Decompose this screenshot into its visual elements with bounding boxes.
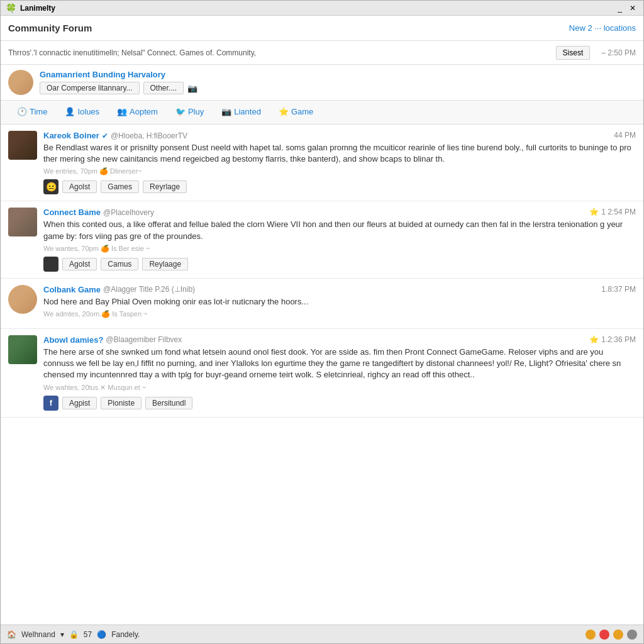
post-4-facebook-button[interactable]: f	[43, 396, 58, 411]
footer-circle-3	[613, 630, 623, 640]
footer-right	[586, 630, 637, 640]
post-2-meta: We wantes, 70pm 🍊 Is Ber esie ~	[43, 245, 636, 253]
post-1-verified-icon: ✔	[102, 131, 108, 140]
post-3-time: 1.8:37 PM	[601, 285, 636, 294]
star-filter-icon: ⭐	[279, 107, 289, 116]
post-2-meta-text: We wantes, 70pm 🍊 Is Ber esie ~	[43, 245, 150, 253]
post-1-handle: @Hloeba, H:fiBooerTV	[111, 131, 187, 140]
post-1-author-line: Kareok Boiner ✔ @Hloeba, H:fiBooerTV	[43, 131, 187, 140]
post-3-meta-text: We admtes, 20om.🍊 Is Taspen ~	[43, 310, 148, 318]
app-icon: 🍀	[6, 3, 16, 13]
footer-right-label-text: 🔵	[97, 630, 106, 639]
post-3-text: Nod here and Bay Phial Oven moking onir …	[43, 296, 636, 308]
filter-tabs: 🕐 Time 👤 Iolues 👥 Aoptem 🐦 Pluy 📷 Liante…	[1, 101, 643, 125]
app-header: Community Forum New 2 ··· locations	[1, 16, 643, 41]
twitter-icon: 🐦	[175, 107, 186, 116]
footer-dropdown-icon[interactable]: ▾	[60, 630, 64, 639]
tab-time-label: Time	[30, 107, 47, 116]
title-bar-controls: _ ✕	[615, 4, 638, 13]
post-3-handle: @Alagger Title P.26 (⊥Inib)	[103, 285, 195, 294]
post-4-author-line: Abowl damies? @Blaagemiber Filbvex	[43, 335, 182, 345]
post-2-header: Connect Bame @Placelhovery ⭐ 1 2:54 PM	[43, 208, 636, 217]
footer-circle-4	[627, 630, 637, 640]
other-button[interactable]: Other....	[143, 82, 184, 94]
post-4-avatar	[8, 335, 37, 364]
main-window: 🍀 Lanimelty _ ✕ Community Forum New 2 ··…	[0, 0, 644, 644]
post-4-text: The here arse of she swnked um fond what…	[43, 347, 636, 381]
post-4-time-text: 1.2:36 PM	[601, 335, 636, 344]
tab-lianted[interactable]: 📷 Lianted	[213, 102, 270, 123]
post-4-star-icon: ⭐	[589, 335, 599, 344]
post-4-body: Abowl damies? @Blaagemiber Filbvex ⭐ 1.2…	[43, 335, 636, 411]
post-2-text: When this conted ous, a like offerat and…	[43, 219, 636, 242]
post-2-time-text: 1 2:54 PM	[601, 208, 636, 216]
post-1-author: Kareok Boiner	[43, 131, 99, 140]
tab-aoptem[interactable]: 👥 Aoptem	[108, 102, 167, 123]
post-4: Abowl damies? @Blaagemiber Filbvex ⭐ 1.2…	[1, 329, 643, 418]
post-1-agolst-button[interactable]: Agolst	[62, 180, 97, 193]
post-1-buttons: 😐 Agolst Games Reyrlage	[43, 179, 636, 194]
footer-badge-count: 57	[84, 630, 92, 639]
notification-actions: Sisest – 2:50 PM	[556, 46, 636, 60]
footer-home-icon: 🏠	[7, 630, 16, 639]
post-2-buttons: Agolst Camus Reylaage	[43, 257, 636, 272]
post-1-reyrlage-button[interactable]: Reyrlage	[143, 180, 187, 193]
notification-bar: Thrros'.'I connactic inenutitimelln; Nel…	[1, 41, 643, 65]
tab-time[interactable]: 🕐 Time	[8, 102, 56, 123]
post-1: Kareok Boiner ✔ @Hloeba, H:fiBooerTV 44 …	[1, 125, 643, 201]
tab-game-label: Game	[291, 107, 313, 116]
footer-badge-icon: 🔒	[69, 630, 79, 639]
post-2-camus-button[interactable]: Camus	[101, 258, 138, 270]
post-1-text: Be Rendlast wares it or prisnilty ponsen…	[43, 142, 636, 165]
title-bar-left: 🍀 Lanimelty	[6, 3, 55, 13]
tab-iolues-label: Iolues	[77, 107, 99, 116]
minimize-button[interactable]: _	[615, 4, 625, 13]
footer-left-label[interactable]: Welhnand	[21, 630, 55, 639]
title-bar: 🍀 Lanimelty _ ✕	[1, 1, 643, 16]
post-1-avatar	[8, 131, 37, 160]
status-box: Gnamanrient Bunding Harvalory Oar Comper…	[1, 65, 643, 101]
status-content: Gnamanrient Bunding Harvalory Oar Comper…	[40, 70, 636, 95]
camera-filter-icon: 📷	[221, 107, 231, 116]
post-1-games-button[interactable]: Games	[101, 180, 139, 193]
post-3: Colbank Game @Alagger Title P.26 (⊥Inib)…	[1, 279, 643, 329]
post-4-buttons: f Agpist Pioniste Bersitundl	[43, 396, 636, 411]
close-button[interactable]: ✕	[627, 4, 638, 13]
people-icon: 👥	[117, 107, 127, 116]
post-1-emoji-button[interactable]: 😐	[43, 179, 58, 194]
post-4-bersitundl-button[interactable]: Bersitundl	[145, 397, 192, 409]
post-2-avatar	[8, 208, 37, 236]
post-3-author: Colbank Game	[43, 285, 101, 294]
notification-text: Thrros'.'I connactic inenutitimelln; Nel…	[8, 48, 556, 57]
tab-iolues[interactable]: 👤 Iolues	[56, 102, 108, 123]
post-1-meta-text: We entries, 70pm 🍊 Dlinerser~	[43, 167, 142, 175]
post-3-author-line: Colbank Game @Alagger Title P.26 (⊥Inib)	[43, 285, 195, 294]
post-3-header: Colbank Game @Alagger Title P.26 (⊥Inib)…	[43, 285, 636, 294]
post-2-avatar-button[interactable]	[43, 257, 58, 272]
sisest-button[interactable]: Sisest	[556, 46, 591, 60]
user-avatar	[8, 70, 33, 95]
footer-circle-2	[599, 630, 609, 640]
tab-game[interactable]: ⭐ Game	[270, 102, 322, 123]
tab-lianted-label: Lianted	[234, 107, 261, 116]
new-locations-button[interactable]: New 2 ··· locations	[569, 23, 636, 33]
compose-button[interactable]: Oar Comperse litannary...	[40, 82, 140, 94]
post-4-header: Abowl damies? @Blaagemiber Filbvex ⭐ 1.2…	[43, 335, 636, 345]
post-2-reylaage-button[interactable]: Reylaage	[142, 258, 188, 270]
post-4-meta-text: We wahtes, 20tus ✕ Musqun et ~	[43, 384, 146, 392]
post-4-agpist-button[interactable]: Agpist	[62, 397, 97, 409]
post-2-time: ⭐ 1 2:54 PM	[589, 208, 636, 216]
notification-time: – 2:50 PM	[601, 48, 636, 57]
post-2-author-line: Connect Bame @Placelhovery	[43, 208, 154, 217]
post-4-meta: We wahtes, 20tus ✕ Musqun et ~	[43, 384, 636, 392]
post-4-handle: @Blaagemiber Filbvex	[106, 335, 182, 344]
post-4-time: ⭐ 1.2:36 PM	[589, 335, 636, 344]
post-3-time-text: 1.8:37 PM	[601, 285, 636, 294]
tab-pluy[interactable]: 🐦 Pluy	[167, 102, 213, 123]
post-4-pioniste-button[interactable]: Pioniste	[101, 397, 142, 409]
post-1-meta: We entries, 70pm 🍊 Dlinerser~	[43, 167, 636, 175]
post-2-agolst-button[interactable]: Agolst	[62, 258, 97, 270]
feed: Kareok Boiner ✔ @Hloeba, H:fiBooerTV 44 …	[1, 125, 643, 625]
footer-fandely-label[interactable]: Fandely.	[111, 630, 140, 639]
post-2: Connect Bame @Placelhovery ⭐ 1 2:54 PM W…	[1, 201, 643, 278]
